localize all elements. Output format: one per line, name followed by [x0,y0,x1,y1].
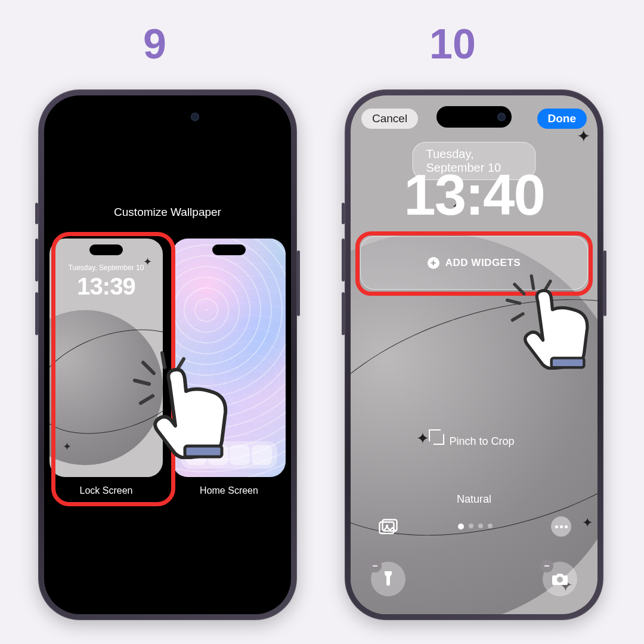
home-screen-thumbnail[interactable] [172,239,286,477]
step-number-10: 10 [429,20,476,68]
phone-mock-step10: ✦ ✦ ✦ ✦ ✦ Cancel Done Tuesday, September… [345,89,603,620]
clock-widget[interactable]: 13:40 [351,162,597,228]
mini-time: 13:39 [49,273,163,300]
flashlight-shortcut[interactable]: – [371,562,405,596]
more-options-button[interactable] [551,516,571,537]
mini-notch [89,244,123,255]
tutorial-stage: 9 10 Customize Wallpaper Tuesday, Septem… [0,0,644,644]
mini-app-icon [230,445,250,465]
sparkle-icon: ✦ [577,126,590,146]
page-dot-active [458,524,464,530]
step-number-9: 9 [143,20,166,68]
customize-wallpaper-title: Customize Wallpaper [44,206,291,219]
home-screen-option[interactable]: Home Screen [172,239,286,614]
page-dot [469,524,473,528]
filter-row: Natural [351,493,597,506]
phone-mock-step9: Customize Wallpaper Tuesday, September 1… [38,89,297,620]
side-button [342,203,345,224]
plus-circle-icon: + [428,257,439,269]
dynamic-island [130,106,205,128]
tool-row [351,516,597,537]
mini-app-icon [208,445,228,465]
svg-point-15 [557,577,563,583]
cancel-button[interactable]: Cancel [361,109,418,129]
crop-icon [434,434,444,445]
sparkle-icon: ✦ [143,255,152,268]
power-button [603,250,606,316]
add-widgets-button[interactable]: + ADD WIDGETS [360,236,588,290]
camera-shortcut[interactable]: – [543,562,577,596]
done-button[interactable]: Done [537,109,587,129]
page-dot [488,524,493,528]
sparkle-icon: ✦ [63,440,72,453]
volume-up-button [342,239,345,281]
home-screen-label: Home Screen [172,485,286,496]
side-button [35,203,38,224]
mini-dock [181,441,277,469]
lock-screen-label: Lock Screen [49,485,163,496]
mini-app-icon [252,445,272,465]
screen-step10: ✦ ✦ ✦ ✦ ✦ Cancel Done Tuesday, September… [351,95,597,614]
mini-notch [212,244,246,255]
photos-picker-button[interactable] [377,518,400,535]
volume-down-button [35,292,38,335]
remove-badge-icon: – [369,559,382,572]
filter-page-dots[interactable] [458,524,493,530]
page-dot [478,524,483,528]
volume-down-button [342,292,345,335]
add-widgets-label: ADD WIDGETS [445,257,521,269]
pinch-to-crop-hint: Pinch to Crop [351,434,597,448]
filter-name[interactable]: Natural [351,493,597,506]
remove-badge-icon: – [540,559,553,572]
volume-up-button [35,239,38,281]
lock-screen-option[interactable]: Tuesday, September 10 13:39 ✦ ✦ Lock Scr… [49,239,163,614]
screen-step9: Customize Wallpaper Tuesday, September 1… [44,95,291,614]
editor-topbar: Cancel Done [361,109,587,129]
lock-screen-thumbnail[interactable]: Tuesday, September 10 13:39 ✦ ✦ [49,239,163,477]
mini-app-icon [186,445,206,465]
power-button [297,250,300,316]
pinch-label: Pinch to Crop [449,435,514,447]
wallpaper-thumbnails: Tuesday, September 10 13:39 ✦ ✦ Lock Scr… [44,227,291,614]
